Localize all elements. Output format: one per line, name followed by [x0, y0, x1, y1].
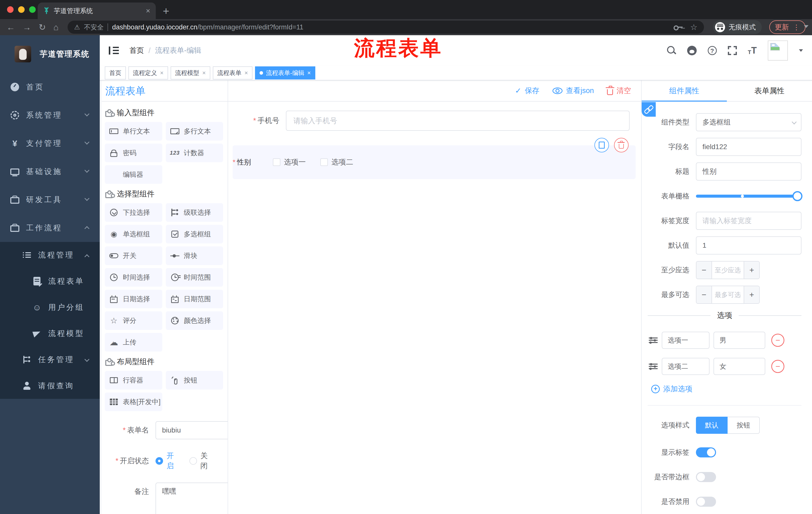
component-item-button[interactable]: 按钮: [166, 371, 223, 389]
tag-process-definition[interactable]: 流程定义 ×: [128, 66, 168, 79]
component-item-checkbox-group[interactable]: 多选框组: [166, 225, 223, 243]
hamburger-icon[interactable]: [109, 47, 119, 55]
label-width-input[interactable]: [696, 212, 802, 230]
forward-icon[interactable]: →: [23, 23, 31, 31]
component-item-multi-text[interactable]: 多行文本: [166, 122, 223, 141]
tag-process-model[interactable]: 流程模型 ×: [171, 66, 210, 79]
tag-process-form-edit[interactable]: 流程表单-编辑 ×: [255, 66, 315, 79]
show-label-toggle[interactable]: [696, 448, 716, 457]
tab-form-props[interactable]: 表单属性: [727, 80, 812, 101]
component-type-select[interactable]: [696, 113, 802, 131]
security-label[interactable]: 不安全: [84, 23, 104, 32]
url-bar[interactable]: ⚠ 不安全 dashboard.yudao.iocoder.cn/bpm/man…: [67, 21, 704, 34]
form-grid-slider[interactable]: [696, 187, 802, 205]
sidebar-item-payment[interactable]: ¥ 支付管理: [0, 129, 100, 157]
sidebar-item-system[interactable]: 系统管理: [0, 101, 100, 129]
component-item-counter[interactable]: 123 计数器: [166, 143, 223, 162]
title-input[interactable]: [696, 162, 802, 181]
status-radio-off[interactable]: 关闭: [190, 451, 209, 471]
tag-home[interactable]: 首页: [105, 66, 126, 79]
minus-button[interactable]: −: [696, 262, 712, 279]
plus-button[interactable]: +: [744, 286, 759, 303]
reload-icon[interactable]: ↻: [39, 23, 46, 31]
key-icon[interactable]: [673, 25, 683, 29]
component-item-date-picker[interactable]: 日期选择: [105, 290, 162, 308]
sidebar-item-workflow[interactable]: 工作流程: [0, 214, 100, 242]
kebab-menu-icon[interactable]: ⋮: [793, 23, 800, 31]
option-value-input[interactable]: [714, 332, 765, 349]
github-icon[interactable]: [687, 46, 697, 55]
sidebar-item-process-model[interactable]: 流程模型: [0, 320, 100, 347]
component-item-date-range[interactable]: 日期范围: [166, 290, 223, 308]
add-option-button[interactable]: 添加选项: [651, 384, 802, 394]
sidebar-item-process-mgmt[interactable]: 流程管理: [0, 242, 100, 268]
form-name-input[interactable]: [155, 421, 228, 439]
sidebar-item-devtools[interactable]: 研发工具: [0, 186, 100, 214]
close-window-button[interactable]: [7, 6, 13, 13]
clear-button[interactable]: 清空: [607, 86, 631, 96]
phone-field-row[interactable]: *手机号: [228, 111, 641, 131]
close-icon[interactable]: ×: [244, 70, 248, 77]
home-icon[interactable]: ⌂: [54, 23, 59, 31]
component-item-dropdown[interactable]: 下拉选择: [105, 203, 162, 222]
option-label-input[interactable]: [662, 332, 709, 349]
browser-tab[interactable]: 芋道管理系统 ×: [38, 2, 156, 19]
close-icon[interactable]: ×: [160, 70, 164, 77]
search-icon[interactable]: [667, 46, 676, 55]
component-item-color-picker[interactable]: 颜色选择: [166, 311, 223, 330]
sidebar-item-infra[interactable]: 基础设施: [0, 157, 100, 186]
selected-component-block[interactable]: *性别 选项一 选项二: [233, 145, 636, 179]
component-item-row-container[interactable]: 行容器: [105, 371, 162, 389]
drag-handle-icon[interactable]: [649, 337, 658, 344]
tab-component-props[interactable]: 组件属性: [642, 80, 727, 101]
link-tab-button[interactable]: [642, 102, 656, 117]
chevron-down-icon[interactable]: [799, 49, 803, 52]
component-item-upload[interactable]: ☁ 上传: [105, 333, 162, 352]
option-value-input[interactable]: [714, 358, 765, 375]
minus-button[interactable]: −: [696, 286, 712, 303]
option-label-input[interactable]: [662, 358, 709, 375]
avatar[interactable]: [768, 40, 788, 61]
gender-checkbox-option2[interactable]: 选项二: [320, 157, 353, 167]
sidebar-logo[interactable]: 芋道管理系统: [0, 35, 100, 73]
component-item-table[interactable]: 表格[开发中]: [105, 393, 162, 411]
fullscreen-icon[interactable]: [728, 46, 737, 55]
form-remark-textarea[interactable]: 嘿嘿: [155, 483, 228, 514]
max-select-placeholder[interactable]: 最多可选: [712, 286, 744, 303]
sidebar-item-user-group[interactable]: ☺ 用户分组: [0, 294, 100, 320]
component-item-cascader[interactable]: 级联选择: [166, 203, 223, 222]
close-icon[interactable]: ×: [307, 70, 311, 77]
plus-button[interactable]: +: [744, 262, 759, 279]
checkbox-icon[interactable]: [320, 158, 328, 166]
remove-option-button[interactable]: −: [771, 360, 784, 373]
sidebar-item-task-mgmt[interactable]: 任务管理: [0, 347, 100, 373]
component-item-switch[interactable]: 开关: [105, 246, 162, 265]
disabled-toggle[interactable]: [696, 497, 716, 507]
component-item-rate[interactable]: ☆ 评分: [105, 311, 162, 330]
phone-input[interactable]: [286, 111, 630, 131]
style-button-button[interactable]: 按钮: [728, 417, 760, 434]
save-button[interactable]: ✓ 保存: [515, 86, 540, 96]
component-item-time-range[interactable]: 时间范围: [166, 268, 223, 287]
component-type-value[interactable]: [696, 113, 802, 131]
delete-component-button[interactable]: [614, 138, 629, 153]
checkbox-icon[interactable]: [273, 158, 280, 166]
tag-process-form[interactable]: 流程表单 ×: [213, 66, 253, 79]
slider-handle[interactable]: [792, 191, 803, 201]
sidebar-item-home[interactable]: 首页: [0, 73, 100, 101]
component-item-radio-group[interactable]: ◉ 单选框组: [105, 225, 162, 243]
help-icon[interactable]: [708, 46, 717, 55]
new-tab-button[interactable]: +: [163, 5, 169, 17]
min-select-placeholder[interactable]: 至少应选: [712, 262, 744, 279]
component-item-single-text[interactable]: 单行文本: [105, 122, 162, 141]
sidebar-item-leave-query[interactable]: 请假查询: [0, 373, 100, 399]
field-name-input[interactable]: [696, 138, 802, 156]
drag-handle-icon[interactable]: [649, 363, 658, 370]
slider-track[interactable]: [696, 195, 802, 198]
copy-component-button[interactable]: [594, 138, 609, 153]
minimize-window-button[interactable]: [18, 6, 25, 13]
chevron-down-icon[interactable]: [804, 25, 809, 28]
component-item-password[interactable]: 密码: [105, 143, 162, 162]
border-toggle[interactable]: [696, 472, 716, 482]
view-json-button[interactable]: 查看json: [552, 86, 594, 96]
